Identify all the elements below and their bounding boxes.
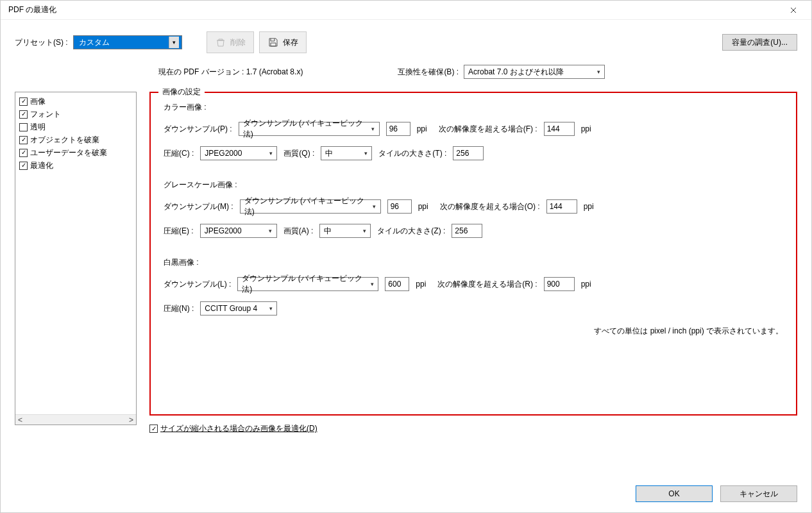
gray-tile-label: タイルの大きさ(Z) : [377,226,445,237]
mono-comp-combo[interactable]: CCITT Group 4 ▾ [200,301,277,315]
window-title: PDF の最適化 [6,4,56,15]
h-scrollbar[interactable]: <> [15,414,136,425]
color-comp-value: JPEG2000 [205,149,242,158]
chevron-down-icon: ▾ [169,37,179,48]
color-qual-value: 中 [325,148,333,159]
gray-qual-combo[interactable]: 中 ▾ [319,224,371,238]
mono-over-input[interactable]: 900 [544,277,575,291]
color-over-input[interactable]: 144 [544,122,575,136]
color-ds-combo[interactable]: ダウンサンプル (バイキュービック法) ▾ [239,122,380,136]
sidebar-item-label: 透明 [30,122,46,133]
ppi-label: ppi [417,124,432,133]
gray-comp-label: 圧縮(E) : [164,226,194,237]
sidebar-item-transparency[interactable]: 透明 [19,121,132,133]
checkbox[interactable] [19,123,28,131]
gray-qual-label: 画質(A) : [283,226,314,237]
checkbox[interactable] [19,97,28,106]
gray-ds-input[interactable]: 96 [387,199,412,214]
color-comp-label: 圧縮(C) : [164,148,194,159]
sidebar-item-image[interactable]: 画像 [19,95,132,108]
gray-ds-label: ダウンサンプル(M) : [164,201,233,212]
color-qual-label: 画質(Q) : [283,148,314,159]
gray-title: グレースケール画像 : [164,180,783,190]
color-comp-combo[interactable]: JPEG2000 ▾ [200,146,277,160]
preset-combo[interactable]: カスタム ▾ [73,35,182,49]
monochrome-image-section: 白黒画像 : ダウンサンプル(L) : ダウンサンプル (バイキュービック法) … [164,257,783,315]
checkbox[interactable] [19,162,28,170]
checkbox[interactable] [19,149,28,157]
compat-value: Acrobat 7.0 およびそれ以降 [468,67,564,78]
unit-note: すべての単位は pixel / inch (ppi) で表示されています。 [164,326,783,337]
checkbox[interactable] [19,136,28,144]
gray-tile-input[interactable]: 256 [452,224,482,238]
dialog-window: PDF の最適化 プリセット(S) : カスタム ▾ 削除 保存 [0,0,812,513]
gray-over-input[interactable]: 144 [546,199,577,214]
save-button[interactable]: 保存 [259,31,307,53]
sidebar-item-label: 最適化 [30,160,53,171]
mono-ds-input[interactable]: 600 [385,277,409,291]
close-button[interactable] [781,1,806,20]
sidebar-item-label: ユーザーデータを破棄 [30,147,107,158]
ok-button[interactable]: OK [636,485,713,502]
color-title: カラー画像 : [164,102,783,113]
ppi-label: ppi [416,280,431,289]
gray-ds-combo[interactable]: ダウンサンプル (バイキュービック法) ▾ [240,199,381,214]
cancel-button[interactable]: キャンセル [720,485,797,502]
sidebar-item-font[interactable]: フォント [19,108,132,121]
compat-label: 互換性を確保(B) : [398,67,459,78]
mono-over-label: 次の解像度を超える場合(R) : [437,279,537,290]
chevron-down-icon: ▾ [368,278,377,290]
sidebar-item-discard-userdata[interactable]: ユーザーデータを破棄 [19,146,132,159]
chevron-down-icon: ▾ [370,201,379,212]
color-over-label: 次の解像度を超える場合(F) : [439,124,537,135]
color-ds-label: ダウンサンプル(P) : [164,124,232,135]
color-image-section: カラー画像 : ダウンサンプル(P) : ダウンサンプル (バイキュービック法)… [164,102,783,160]
chevron-down-icon: ▾ [361,147,370,159]
gray-over-label: 次の解像度を超える場合(O) : [440,201,540,212]
trash-icon [215,37,226,48]
delete-button-label: 削除 [230,37,246,48]
chevron-down-icon: ▾ [369,123,378,135]
gray-comp-combo[interactable]: JPEG2000 ▾ [200,224,277,238]
mono-ds-label: ダウンサンプル(L) : [164,279,231,290]
mono-comp-label: 圧縮(N) : [164,303,194,314]
audit-usage-button[interactable]: 容量の調査(U)... [722,34,797,51]
body-split: 画像 フォント 透明 オブジェクトを破棄 ユーザーデータを破棄 [15,92,797,467]
mono-title: 白黒画像 : [164,257,783,268]
mono-ds-combo[interactable]: ダウンサンプル (バイキュービック法) ▾ [237,277,378,291]
ppi-label: ppi [584,202,599,211]
close-icon [790,7,797,13]
chevron-down-icon: ▾ [266,303,275,314]
dialog-content: プリセット(S) : カスタム ▾ 削除 保存 容量の調査(U)... [1,20,811,512]
chevron-down-icon: ▾ [266,225,275,237]
chevron-down-icon: ▾ [594,66,603,78]
ppi-label: ppi [418,202,434,211]
image-settings-frame: 画像の設定 カラー画像 : ダウンサンプル(P) : ダウンサンプル (バイキュ… [149,92,797,416]
optimize-only-shrink-row: サイズが縮小される場合のみ画像を最適化(D) [149,423,797,434]
preset-label: プリセット(S) : [15,37,68,48]
preset-value: カスタム [79,37,110,48]
optimize-only-shrink-checkbox[interactable] [149,425,158,433]
gray-qual-value: 中 [324,226,332,237]
image-settings-legend: 画像の設定 [158,87,205,97]
gray-comp-value: JPEG2000 [205,226,242,235]
save-icon [267,37,279,48]
current-version-text: 現在の PDF バージョン : 1.7 (Acrobat 8.x) [158,67,303,78]
color-qual-combo[interactable]: 中 ▾ [321,146,372,160]
chevron-down-icon: ▾ [360,225,369,237]
mono-comp-value: CCITT Group 4 [205,304,257,313]
delete-button: 削除 [207,31,254,53]
color-tile-input[interactable]: 256 [453,146,484,160]
gray-ds-value: ダウンサンプル (バイキュービック法) [244,196,370,217]
category-list[interactable]: 画像 フォント 透明 オブジェクトを破棄 ユーザーデータを破棄 [15,92,137,425]
mono-ds-value: ダウンサンプル (バイキュービック法) [242,273,368,295]
compat-combo[interactable]: Acrobat 7.0 およびそれ以降 ▾ [464,65,605,79]
grayscale-image-section: グレースケール画像 : ダウンサンプル(M) : ダウンサンプル (バイキュービ… [164,180,783,238]
save-button-label: 保存 [283,37,298,48]
color-ds-value: ダウンサンプル (バイキュービック法) [243,118,369,140]
sidebar-item-cleanup[interactable]: 最適化 [19,159,132,172]
ppi-label: ppi [581,280,596,289]
sidebar-item-discard-objects[interactable]: オブジェクトを破棄 [19,133,132,146]
checkbox[interactable] [19,110,28,119]
color-ds-input[interactable]: 96 [386,122,410,136]
